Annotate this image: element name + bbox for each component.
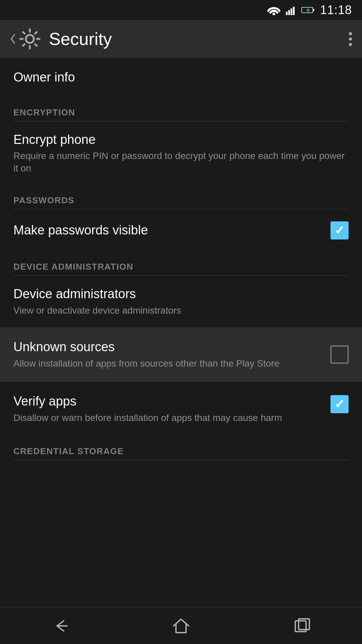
status-time: 11:18 [320,3,352,17]
svg-marker-7 [306,8,310,13]
app-bar-left: Security [10,27,112,51]
passwords-header: PASSWORDS [0,185,362,209]
verify-apps-subtitle: Disallow or warn before installation of … [13,412,330,424]
credential-storage-header: CREDENTIAL STORAGE [0,436,362,460]
unknown-sources-item[interactable]: Unknown sources Allow installation of ap… [0,327,362,382]
svg-line-15 [35,32,37,34]
device-admin-header: DEVICE ADMINISTRATION [0,252,362,275]
make-passwords-visible-title: Make passwords visible [13,223,330,238]
home-nav-icon [172,616,190,635]
content-area: Owner info ENCRYPTION Encrypt phone Requ… [0,58,362,607]
encrypt-phone-item[interactable]: Encrypt phone Require a numeric PIN or p… [0,121,362,185]
svg-line-16 [22,44,25,46]
svg-rect-4 [293,7,295,15]
svg-point-0 [273,13,275,15]
more-options-button[interactable] [349,32,352,46]
verify-apps-item[interactable]: Verify apps Disallow or warn before inst… [0,382,362,436]
settings-gear-icon [18,27,42,51]
signal-icon [286,5,296,15]
encryption-header: ENCRYPTION [0,97,362,121]
credential-storage-divider [13,460,349,460]
home-nav-button[interactable] [147,612,215,639]
wifi-icon [267,5,281,15]
recents-nav-icon [293,618,311,634]
page-title: Security [49,29,112,49]
recents-nav-button[interactable] [268,612,335,639]
svg-line-13 [22,32,25,34]
back-icon[interactable] [10,27,42,51]
unknown-sources-checkbox[interactable] [330,345,349,364]
encrypt-phone-subtitle: Require a numeric PIN or password to dec… [13,150,349,174]
device-admin-label: DEVICE ADMINISTRATION [13,262,133,272]
svg-rect-1 [286,12,288,15]
make-passwords-visible-checkbox[interactable]: ✓ [330,221,349,239]
svg-line-14 [35,44,37,46]
owner-info-item[interactable]: Owner info [0,58,362,97]
encrypt-phone-title: Encrypt phone [13,132,349,148]
chevron-left-icon [10,33,16,45]
verify-apps-title: Verify apps [13,394,330,409]
passwords-label: PASSWORDS [13,195,74,205]
make-passwords-visible-item[interactable]: Make passwords visible ✓ [0,209,362,252]
svg-rect-3 [291,8,292,15]
device-administrators-item[interactable]: Device administrators View or deactivate… [0,276,362,327]
status-bar: 11:18 [0,0,362,20]
bottom-nav [0,607,362,644]
unknown-sources-subtitle: Allow installation of apps from sources … [13,358,330,370]
encryption-label: ENCRYPTION [13,107,75,117]
back-nav-icon [50,618,70,634]
svg-rect-2 [288,10,290,15]
verify-apps-checkbox[interactable]: ✓ [330,395,349,413]
battery-icon [301,6,315,14]
device-administrators-subtitle: View or deactivate device administrators [13,305,349,317]
app-bar: Security [0,20,362,58]
unknown-sources-title: Unknown sources [13,339,330,355]
status-icons: 11:18 [267,3,352,17]
credential-storage-label: CREDENTIAL STORAGE [13,446,124,456]
device-administrators-title: Device administrators [13,286,349,302]
owner-info-title: Owner info [13,70,349,85]
svg-rect-6 [313,9,314,11]
back-nav-button[interactable] [27,612,94,639]
svg-point-8 [26,35,34,43]
